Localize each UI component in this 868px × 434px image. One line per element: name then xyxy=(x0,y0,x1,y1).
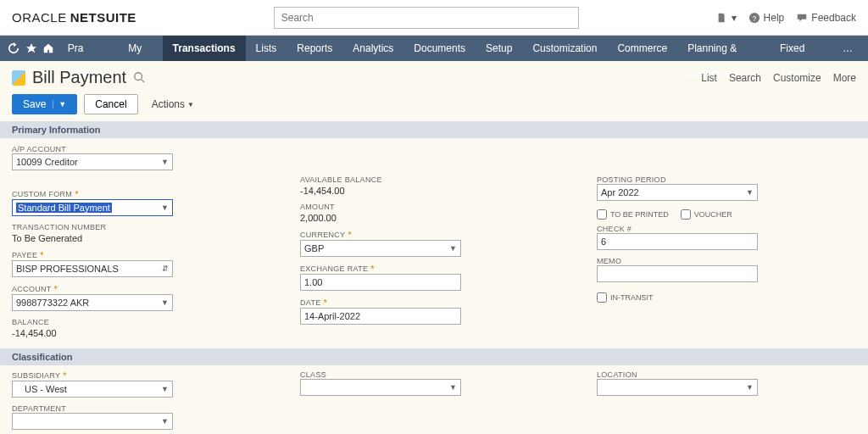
to-be-printed-checkbox[interactable]: TO BE PRINTED xyxy=(597,209,669,220)
voucher-checkbox[interactable]: VOUCHER xyxy=(681,209,732,220)
classification-form: SUBSIDIARY* US - West▼ DEPARTMENT ▼ CLAS… xyxy=(0,365,868,434)
nav-documents[interactable]: Documents xyxy=(403,36,476,61)
chevron-down-icon: ▼ xyxy=(161,298,169,307)
chevron-down-icon: ▼ xyxy=(161,158,169,166)
help-button[interactable]: ? Help xyxy=(748,12,785,24)
posting-period-select[interactable]: Apr 2022▼ xyxy=(597,184,758,201)
label-posting-period: POSTING PERIOD xyxy=(597,175,868,184)
feedback-button[interactable]: Feedback xyxy=(796,12,856,24)
field-memo: MEMO xyxy=(597,257,868,282)
feedback-label: Feedback xyxy=(811,12,856,24)
label-avail-balance: AVAILABLE BALANCE xyxy=(300,175,580,184)
field-payee: PAYEE* BISP PROFESSIONALS⇵ xyxy=(12,250,283,277)
in-transit-checkbox[interactable]: IN-TRANSIT xyxy=(597,292,868,303)
label-date: DATE* xyxy=(300,298,580,308)
roles-icon[interactable]: ▾ xyxy=(716,12,737,24)
label-exchange-rate: EXCHANGE RATE* xyxy=(300,264,580,274)
page-search-icon[interactable] xyxy=(133,71,145,85)
label-location: LOCATION xyxy=(597,370,868,379)
ap-account-select[interactable]: 10099 Creditor▼ xyxy=(12,153,173,170)
field-subsidiary: SUBSIDIARY* US - West▼ xyxy=(12,370,283,398)
date-input[interactable]: 14-April-2022 xyxy=(300,308,461,325)
nav-reports[interactable]: Reports xyxy=(287,36,342,61)
topbar: ORACLE NETSUITE ▾ ? Help Feedback xyxy=(0,0,868,36)
exchange-rate-input[interactable]: 1.00 xyxy=(300,274,461,291)
primary-col2: AVAILABLE BALANCE -14,454.00 AMOUNT 2,00… xyxy=(300,145,580,343)
save-button[interactable]: Save ▼ xyxy=(12,94,77,114)
nav-analytics[interactable]: Analytics xyxy=(342,36,403,61)
nav-fixed-assets[interactable]: Fixed Assets xyxy=(770,36,832,61)
custom-form-select[interactable]: Standard Bill Payment▼ xyxy=(12,199,173,216)
class-select[interactable]: ▼ xyxy=(300,379,461,396)
toolbar: Save ▼ Cancel Actions ▼ xyxy=(0,91,868,121)
document-icon xyxy=(12,70,25,86)
nav-customization[interactable]: Customization xyxy=(522,36,607,61)
label-amount: AMOUNT xyxy=(300,203,580,211)
actions-label: Actions xyxy=(152,98,185,110)
history-icon[interactable] xyxy=(5,36,23,61)
chevron-down-icon: ▼ xyxy=(161,417,169,426)
home-icon[interactable] xyxy=(40,36,58,61)
page-header-right: List Search Customize More xyxy=(701,72,856,84)
memo-input[interactable] xyxy=(597,265,758,282)
search-input[interactable] xyxy=(274,7,579,29)
field-posting-period: POSTING PERIOD Apr 2022▼ xyxy=(597,175,868,201)
label-check-no: CHECK # xyxy=(597,225,868,233)
link-customize[interactable]: Customize xyxy=(773,72,821,84)
field-account: ACCOUNT* 9988773322 AKR▼ xyxy=(12,284,283,311)
top-icons: ▾ ? Help Feedback xyxy=(716,12,856,24)
nav-lists[interactable]: Lists xyxy=(246,36,287,61)
nav-transactions[interactable]: Transactions xyxy=(163,36,246,61)
logo-oracle: ORACLE xyxy=(12,10,67,25)
nav-my-tab[interactable]: My Tab xyxy=(118,36,162,61)
save-button-label: Save xyxy=(23,98,46,110)
check-no-input[interactable]: 6 xyxy=(597,233,758,250)
field-department: DEPARTMENT ▼ xyxy=(12,404,283,430)
star-icon[interactable] xyxy=(23,36,41,61)
svg-text:?: ? xyxy=(752,14,756,22)
logo: ORACLE NETSUITE xyxy=(12,10,136,25)
subsidiary-select[interactable]: US - West▼ xyxy=(12,381,173,398)
logo-netsuite: NETSUITE xyxy=(70,10,136,25)
amount-value: 2,000.00 xyxy=(300,211,580,223)
chevron-down-icon: ▼ xyxy=(746,188,754,197)
section-primary: Primary Information xyxy=(0,121,868,138)
field-balance: BALANCE -14,454.00 xyxy=(12,318,283,338)
svg-line-5 xyxy=(142,79,145,82)
account-select[interactable]: 9988773322 AKR▼ xyxy=(12,294,173,311)
nav-pra-center1[interactable]: Pra Center1 xyxy=(58,36,119,61)
nav-planning-budgeting[interactable]: Planning & Budgeting xyxy=(677,36,770,61)
search-wrap xyxy=(153,7,699,29)
nav-more-icon[interactable]: … xyxy=(832,42,863,54)
field-txn-number: TRANSACTION NUMBER To Be Generated xyxy=(12,223,283,243)
cancel-button[interactable]: Cancel xyxy=(84,94,137,114)
search-box xyxy=(274,7,579,29)
help-label: Help xyxy=(764,12,785,24)
payee-select[interactable]: BISP PROFESSIONALS⇵ xyxy=(12,260,173,277)
chevron-down-icon: ▼ xyxy=(746,383,754,392)
link-list[interactable]: List xyxy=(701,72,717,84)
link-search[interactable]: Search xyxy=(729,72,761,84)
department-select[interactable]: ▼ xyxy=(12,413,173,430)
location-select[interactable]: ▼ xyxy=(597,379,758,396)
field-class: CLASS ▼ xyxy=(300,370,580,396)
field-amount: AMOUNT 2,000.00 xyxy=(300,203,580,223)
nav-commerce[interactable]: Commerce xyxy=(607,36,677,61)
label-balance: BALANCE xyxy=(12,318,283,326)
nav-setup[interactable]: Setup xyxy=(476,36,522,61)
actions-menu[interactable]: Actions ▼ xyxy=(152,98,194,110)
label-department: DEPARTMENT xyxy=(12,404,283,413)
chevron-down-icon: ▼ xyxy=(187,101,194,108)
nav: Pra Center1 My Tab Transactions Lists Re… xyxy=(0,36,868,61)
chevron-down-icon: ▼ xyxy=(449,244,457,253)
link-more[interactable]: More xyxy=(833,72,856,84)
label-account: ACCOUNT* xyxy=(12,284,283,294)
currency-select[interactable]: GBP▼ xyxy=(300,240,461,257)
chevron-down-icon: ▼ xyxy=(161,385,169,393)
field-custom-form: CUSTOM FORM* Standard Bill Payment▼ xyxy=(12,189,283,216)
save-dropdown-caret[interactable]: ▼ xyxy=(53,100,66,108)
field-avail-balance: AVAILABLE BALANCE -14,454.00 xyxy=(300,175,580,196)
primary-form: A/P ACCOUNT 10099 Creditor▼ CUSTOM FORM*… xyxy=(0,138,868,348)
label-class: CLASS xyxy=(300,370,580,379)
section-classification: Classification xyxy=(0,348,868,365)
